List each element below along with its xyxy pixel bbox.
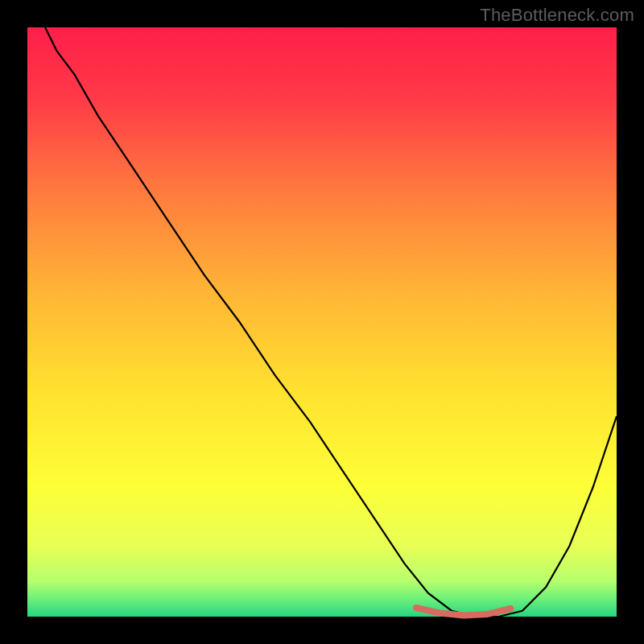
chart-frame: TheBottleneck.com: [0, 0, 644, 644]
bottleneck-chart: [0, 0, 644, 644]
plot-background: [27, 27, 617, 617]
watermark-label: TheBottleneck.com: [480, 5, 634, 26]
